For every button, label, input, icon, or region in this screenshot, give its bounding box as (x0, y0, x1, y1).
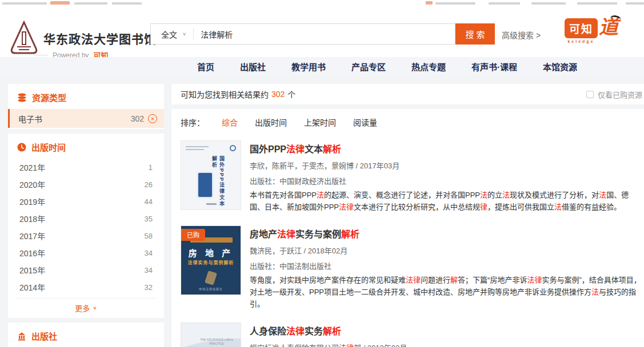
nav-item-home[interactable]: 首页 (197, 60, 214, 72)
keledge-logo-box: 可知 keledge (565, 18, 598, 43)
resource-type-card: 资源类型 电子书 302 × (8, 84, 164, 129)
year-label: 2015年 (19, 264, 145, 276)
chevron-down-icon: ∨ (93, 305, 97, 310)
result-title[interactable]: 国外PPP法律文本解析 (250, 142, 642, 155)
nav-item-textbooks[interactable]: 教学用书 (291, 60, 326, 72)
nav-item-hot-topics[interactable]: 热点专题 (411, 60, 446, 72)
year-count: 35 (145, 215, 153, 223)
publisher-header: 出版社 (8, 322, 164, 347)
year-row[interactable]: 2020年 26 (8, 176, 164, 193)
search-bar: 全文 ∨ 搜 索 (150, 23, 495, 45)
cover-publisher: 中国法制出版社 (181, 287, 241, 290)
nav-item-audiobooks-courses[interactable]: 有声书·课程 (471, 60, 517, 72)
pub-time-header: 出版时间 (8, 134, 164, 159)
pub-time-card: 出版时间 2021年 1 2020年 26 2019年 44 2018年 35 … (8, 134, 164, 318)
nav-item-publishers[interactable]: 出版社 (240, 60, 266, 72)
cover-title: 国外PPP法律文本解析 (211, 156, 226, 209)
resource-type-header: 资源类型 (8, 84, 164, 109)
year-row[interactable]: 2018年 35 (8, 210, 164, 227)
cover-title: 房 地 产 (181, 247, 241, 259)
topbar-remnant (112, 2, 142, 5)
sort-label: 排序： (181, 116, 205, 128)
year-count: 58 (145, 232, 153, 240)
pub-time-title: 出版时间 (31, 141, 66, 153)
year-row[interactable]: 2016年 34 (8, 244, 164, 261)
search-scope-select[interactable]: 全文 ∨ (151, 29, 193, 40)
page-body: 资源类型 电子书 302 × 出版时间 2021年 1 2020年 (0, 76, 644, 347)
result-item: 已购 房 地 产 法律实务与案例解析 中国法制出版社 房地产法律实务与案例解析 … (181, 225, 642, 310)
year-row[interactable]: 2019年 44 (8, 193, 164, 210)
summary-count: 302 (271, 90, 285, 99)
keledge-logo-dao: 道 (599, 17, 618, 37)
result-title[interactable]: 房地产法律实务与案例解析 (250, 227, 642, 240)
main-nav: 首页 出版社 教学用书 产品专区 热点专题 有声书·课程 本馆资源 (0, 57, 644, 76)
year-row[interactable]: 2014年 32 (8, 279, 164, 296)
result-item: 国外PPP法律文本解析 国外PPP法律文本解析 李欣，陈新平，于雯杰，景婉博 /… (181, 140, 642, 213)
year-label: 2016年 (19, 247, 145, 259)
result-item: THE INSURANCE LAW & PRACTICE 人身保险法律 实务解析… (181, 322, 642, 347)
result-authors: 恒安标准人寿保险有限公司法律部 / 2012年02月 (250, 342, 642, 347)
book-cover[interactable]: THE INSURANCE LAW & PRACTICE 人身保险法律 实务解析 (181, 322, 241, 347)
year-count: 32 (145, 283, 153, 292)
sort-option-shelf-time[interactable]: 上架时间 (304, 116, 336, 128)
publisher-title: 出版社 (31, 330, 57, 342)
advanced-search-link[interactable]: 高级搜索 > (502, 29, 541, 41)
remove-filter-icon[interactable]: × (148, 114, 157, 123)
more-years-button[interactable]: 更多 ∨ (8, 298, 164, 317)
purchased-badge: 已购 (181, 229, 205, 241)
summary-suffix: 个 (287, 88, 295, 100)
topbar-remnant (435, 2, 475, 5)
building-icon (17, 332, 26, 341)
more-label: 更多 (75, 302, 90, 313)
keledge-logo-text: 可知 (565, 18, 598, 38)
result-info: 房地产法律实务与案例解析 魏济民，于跃江 / 2018年02月 出版社：中国法制… (250, 225, 642, 310)
sort-option-pub-time[interactable]: 出版时间 (255, 116, 287, 128)
header: 华东政法大学图书馆 Powered by 可知 全文 ∨ 搜 索 高级搜索 > … (0, 6, 644, 57)
year-count: 26 (145, 180, 153, 189)
clock-icon (17, 143, 26, 152)
nav-item-product-zone[interactable]: 产品专区 (351, 60, 386, 72)
result-info: 人身保险法律实务解析 恒安标准人寿保险有限公司法律部 / 2012年02月 出版… (250, 322, 642, 347)
database-icon (17, 93, 27, 102)
year-label: 2018年 (19, 213, 145, 224)
topbar-remnant (74, 2, 107, 5)
result-description: 等角度，对实践中房地产案件存在的常见和疑难法律问题进行解答；下篇“房地产非诉法律… (250, 274, 642, 310)
facet-label: 电子书 (18, 113, 131, 124)
result-description: 本书首先对各国PPP法的起源、演变、概念进行了论述，并对各国PPP法的立法现状及… (250, 189, 642, 213)
sort-option-comprehensive[interactable]: 综合 (222, 116, 238, 128)
search-button[interactable]: 搜 索 (455, 23, 495, 45)
year-label: 2014年 (19, 281, 145, 293)
sort-option-reads[interactable]: 阅读量 (353, 116, 377, 128)
library-title: 华东政法大学图书馆 (43, 30, 157, 47)
nav-item-library-resources[interactable]: 本馆资源 (543, 60, 577, 72)
year-label: 2021年 (19, 162, 149, 173)
year-row[interactable]: 2017年 58 (8, 227, 164, 244)
topbar-remnant (626, 2, 644, 5)
search-box: 全文 ∨ (150, 23, 455, 45)
search-input[interactable] (194, 30, 455, 39)
facet-ebook[interactable]: 电子书 302 × (8, 109, 164, 128)
result-publisher: 出版社：中国法制出版社 (250, 260, 642, 271)
topbar-clipped (0, 0, 644, 6)
results-summary-bar: 可知为您找到相关结果约 302 个 仅看已购资源 (171, 84, 644, 104)
result-title[interactable]: 人身保险法律实务解析 (250, 324, 642, 337)
purchased-only-checkbox[interactable] (586, 91, 594, 98)
result-authors: 魏济民，于跃江 / 2018年02月 (250, 245, 642, 256)
topbar-remnant (426, 1, 433, 5)
cover-decoration (186, 146, 209, 147)
cover-english-title: THE INSURANCE LAW & PRACTICE (199, 338, 234, 346)
publisher-card: 出版社 中国法制出版社 84 中国人民大学出版社 44 (8, 322, 164, 347)
purchased-only-filter[interactable]: 仅看已购资源 (586, 89, 642, 100)
year-label: 2020年 (19, 179, 145, 190)
purchased-only-label: 仅看已购资源 (598, 89, 642, 100)
results-area: 可知为您找到相关结果约 302 个 仅看已购资源 排序： 综合 出版时间 上架时… (171, 84, 644, 347)
result-info: 国外PPP法律文本解析 李欣，陈新平，于雯杰，景婉博 / 2017年03月 出版… (250, 140, 642, 213)
cover-decoration (186, 149, 204, 150)
year-row[interactable]: 2021年 1 (8, 159, 164, 176)
chevron-down-icon: ∨ (182, 31, 186, 37)
year-row[interactable]: 2015年 34 (8, 261, 164, 279)
cover-subtitle: 法律实务与案例解析 (181, 259, 241, 265)
book-cover[interactable]: 已购 房 地 产 法律实务与案例解析 中国法制出版社 (181, 225, 241, 295)
book-cover[interactable]: 国外PPP法律文本解析 (181, 140, 241, 210)
gavel-illustration (205, 271, 217, 285)
